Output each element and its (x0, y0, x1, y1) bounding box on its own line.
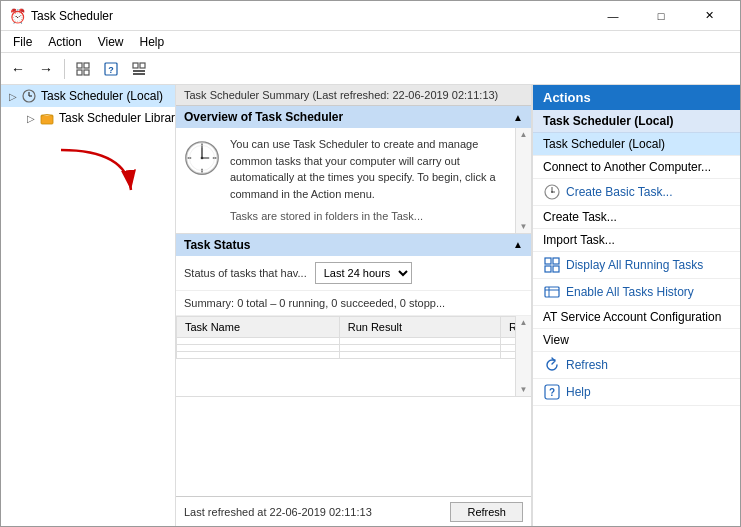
refresh-button[interactable]: Refresh (450, 502, 523, 522)
overview-body-text: You can use Task Scheduler to create and… (230, 136, 523, 202)
actions-section-title: Task Scheduler (Local) (533, 110, 740, 133)
tree-item-root-label: Task Scheduler (Local) (41, 89, 163, 103)
task-status-chevron: ▲ (513, 239, 523, 250)
svg-rect-3 (84, 70, 89, 75)
table-row (177, 337, 531, 344)
action-item-import[interactable]: Import Task... (533, 229, 740, 252)
svg-rect-1 (84, 63, 89, 68)
task-table-body (177, 337, 531, 358)
svg-rect-32 (553, 266, 559, 272)
overview-section-body: You can use Task Scheduler to create and… (176, 128, 531, 233)
tree-item-library-label: Task Scheduler Library (59, 111, 176, 125)
app-icon: ⏰ (9, 8, 25, 24)
minimize-button[interactable]: — (590, 2, 636, 30)
action-label-display-running: Display All Running Tasks (566, 258, 703, 272)
overview-footer-text: Tasks are stored in folders in the Task.… (230, 208, 523, 225)
overview-description: You can use Task Scheduler to create and… (230, 136, 523, 225)
task-scheduler-icon (21, 88, 37, 104)
svg-rect-33 (545, 287, 559, 297)
action-item-view[interactable]: View (533, 329, 740, 352)
svg-text:?: ? (108, 65, 114, 75)
actions-panel: Actions Task Scheduler (Local) Task Sche… (532, 85, 740, 526)
library-icon (39, 110, 55, 126)
bottom-bar: Last refreshed at 22-06-2019 02:11:13 Re… (176, 496, 531, 526)
overview-chevron: ▲ (513, 112, 523, 123)
action-item-display-running[interactable]: Display All Running Tasks (533, 252, 740, 279)
tree-item-root[interactable]: ▷ Task Scheduler (Local) (1, 85, 175, 107)
svg-rect-2 (77, 70, 82, 75)
action-item-create-basic[interactable]: Create Basic Task... (533, 179, 740, 206)
action-item-enable-history[interactable]: Enable All Tasks History (533, 279, 740, 306)
svg-rect-0 (77, 63, 82, 68)
table-row (177, 344, 531, 351)
help-icon: ? (543, 383, 561, 401)
grid-icon (76, 62, 90, 76)
last-refreshed-text: Last refreshed at 22-06-2019 02:11:13 (184, 506, 372, 518)
overview-section: Overview of Task Scheduler ▲ (176, 106, 531, 234)
col-task-name: Task Name (177, 316, 340, 337)
overview-content: You can use Task Scheduler to create and… (184, 136, 523, 225)
toolbar-grid-button[interactable] (70, 56, 96, 82)
toolbar: ← → ? (1, 53, 740, 85)
refresh-icon (543, 356, 561, 374)
svg-rect-30 (553, 258, 559, 264)
menu-file[interactable]: File (5, 33, 40, 51)
display-running-icon (543, 256, 561, 274)
enable-history-icon (543, 283, 561, 301)
main-window: ⏰ Task Scheduler — □ ✕ File Action View … (0, 0, 741, 527)
create-basic-icon (543, 183, 561, 201)
action-item-at-service[interactable]: AT Service Account Configuration (533, 306, 740, 329)
toolbar-help-button[interactable]: ? (98, 56, 124, 82)
table-scroll-down: ▼ (520, 385, 528, 394)
status-filter-row: Status of tasks that hav... Last 24 hour… (176, 256, 531, 291)
action-item-refresh[interactable]: Refresh (533, 352, 740, 379)
task-status-header[interactable]: Task Status ▲ (176, 234, 531, 256)
status-filter-select[interactable]: Last 24 hours Last 1 hour Last 7 days (315, 262, 412, 284)
left-panel: ▷ Task Scheduler (Local) ▷ (1, 85, 176, 526)
tree-item-library[interactable]: ▷ Task Scheduler Library (1, 107, 175, 129)
toolbar-separator-1 (64, 59, 65, 79)
svg-rect-7 (140, 63, 145, 68)
tree-expand-root: ▷ (5, 88, 21, 104)
maximize-button[interactable]: □ (638, 2, 684, 30)
tree-expand-library: ▷ (23, 110, 39, 126)
status-filter-label: Status of tasks that hav... (184, 267, 307, 279)
toolbar-back-button[interactable]: ← (5, 56, 31, 82)
task-status-title: Task Status (184, 238, 250, 252)
overview-scrollbar[interactable]: ▲ ▼ (515, 128, 531, 233)
annotation-arrow (56, 145, 146, 205)
title-bar: ⏰ Task Scheduler — □ ✕ (1, 1, 740, 31)
main-content: ▷ Task Scheduler (Local) ▷ (1, 85, 740, 526)
action-label-enable-history: Enable All Tasks History (566, 285, 694, 299)
list-icon (132, 62, 146, 76)
menu-action[interactable]: Action (40, 33, 89, 51)
toolbar-forward-button[interactable]: → (33, 56, 59, 82)
center-panel: Task Scheduler Summary (Last refreshed: … (176, 85, 532, 526)
overview-title: Overview of Task Scheduler (184, 110, 343, 124)
overview-section-header[interactable]: Overview of Task Scheduler ▲ (176, 106, 531, 128)
svg-point-28 (551, 191, 553, 193)
menu-bar: File Action View Help (1, 31, 740, 53)
svg-rect-29 (545, 258, 551, 264)
action-item-task-scheduler-local[interactable]: Task Scheduler (Local) (533, 133, 740, 156)
menu-view[interactable]: View (90, 33, 132, 51)
action-item-connect[interactable]: Connect to Another Computer... (533, 156, 740, 179)
overview-clock-icon (184, 140, 220, 179)
menu-help[interactable]: Help (132, 33, 173, 51)
action-item-help[interactable]: ? Help (533, 379, 740, 406)
action-label-create-basic: Create Basic Task... (566, 185, 673, 199)
close-button[interactable]: ✕ (686, 2, 732, 30)
task-table-scrollbar[interactable]: ▲ ▼ (515, 316, 531, 396)
action-label-view: View (543, 333, 569, 347)
svg-point-23 (201, 157, 204, 160)
status-summary: Summary: 0 total – 0 running, 0 succeede… (176, 291, 531, 316)
task-table: Task Name Run Result R (176, 316, 531, 359)
question-icon: ? (104, 62, 118, 76)
window-title: Task Scheduler (31, 9, 590, 23)
actions-header: Actions (533, 85, 740, 110)
action-item-create[interactable]: Create Task... (533, 206, 740, 229)
svg-rect-31 (545, 266, 551, 272)
toolbar-small-icon-button[interactable] (126, 56, 152, 82)
svg-rect-6 (133, 63, 138, 68)
action-label-import: Import Task... (543, 233, 615, 247)
